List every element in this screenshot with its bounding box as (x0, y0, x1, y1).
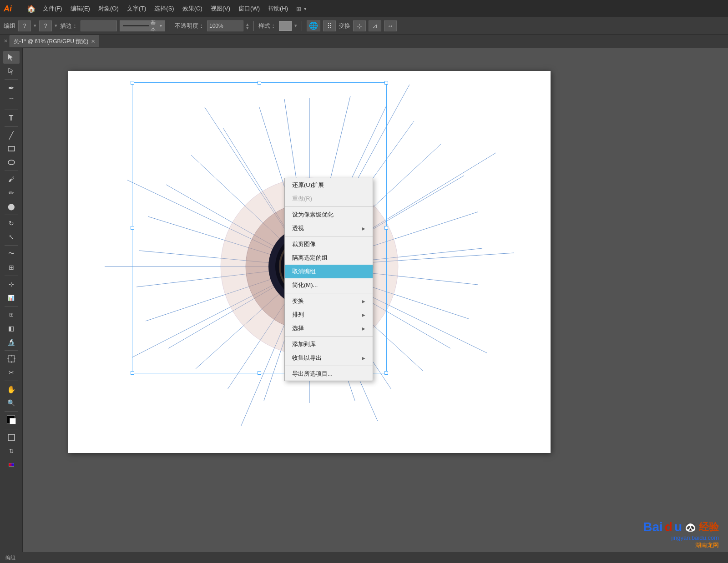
style-fill-btn[interactable] (279, 21, 292, 31)
ctx-crop-image[interactable]: 裁剪图像 (285, 237, 373, 251)
switch-btn[interactable]: ⇅ (3, 445, 20, 457)
pencil-tool[interactable]: ✏ (3, 186, 20, 199)
zoom-tool[interactable]: 🔍 (3, 397, 20, 409)
baidu-url: jingyan.baidu.com (643, 534, 719, 541)
tool-separator-7 (5, 276, 18, 276)
menu-help[interactable]: 帮助(H) (264, 3, 292, 15)
svg-point-1 (8, 160, 15, 165)
home-button[interactable]: 🏠 (25, 2, 38, 15)
direct-select-tool[interactable] (3, 65, 20, 77)
ctx-select[interactable]: 选择 ▶ (285, 322, 373, 335)
doc-tab-close[interactable]: ✕ (91, 39, 95, 45)
globe-icon-btn[interactable]: 🌐 (307, 20, 320, 31)
ctx-crop-image-label: 裁剪图像 (292, 240, 316, 248)
opacity-input[interactable]: 100% (207, 20, 243, 31)
ctx-simplify[interactable]: 简化(M)... (285, 278, 373, 292)
mesh-tool[interactable]: ⊞ (3, 308, 20, 321)
free-transform-tool[interactable]: ⊞ (3, 261, 20, 274)
toolbar-btn-2[interactable]: ? (39, 20, 52, 31)
stroke-label: 描边： (60, 22, 78, 30)
stroke-dropdown-arrow[interactable]: ▾ (160, 23, 162, 28)
transform-btn-3[interactable]: ↔ (384, 20, 397, 31)
menu-file[interactable]: 文件(F) (39, 3, 66, 15)
ellipse-tool[interactable] (3, 156, 20, 169)
curvature-tool[interactable]: ⌒ (3, 95, 20, 108)
stroke-style-selector[interactable]: 基本 ▾ (120, 20, 165, 31)
group-label: 编组 (4, 22, 15, 30)
ctx-transform-arrow: ▶ (362, 299, 365, 304)
ctx-redo-label: 重做(R) (292, 195, 312, 203)
toolbar-separator-2 (253, 21, 254, 31)
tool-separator-4 (5, 171, 18, 171)
dropdown-arrow-2[interactable]: ▾ (55, 23, 57, 29)
ctx-pixel-perfect[interactable]: 设为像素级优化 (285, 208, 373, 221)
transform-btn-2[interactable]: ⊿ (369, 20, 381, 31)
left-toolbar: ✒ ⌒ T ╱ 🖌 ✏ ⬤ ↻ ⤡ 〜 ⊞ ⊹ 📊 ⊞ ◧ 🔬 ✂ (0, 48, 23, 563)
ctx-transparency[interactable]: 透视 ▶ (285, 221, 373, 235)
tool-separator-8 (5, 306, 18, 307)
transform-btn-1[interactable]: ⊹ (353, 20, 366, 31)
bear-icon: 🐼 (685, 522, 696, 533)
ctx-isolate-group[interactable]: 隔离选定的组 (285, 251, 373, 265)
ctx-isolate-group-label: 隔离选定的组 (292, 254, 328, 262)
ctx-arrange[interactable]: 排列 ▶ (285, 308, 373, 322)
style-dropdown-arrow[interactable]: ▾ (294, 23, 297, 29)
ctx-transform-label: 变换 (292, 297, 304, 305)
selection-tool[interactable] (3, 51, 20, 64)
blob-brush-tool[interactable]: ⬤ (3, 200, 20, 213)
menu-text[interactable]: 文字(T) (123, 3, 150, 15)
ctx-select-arrow: ▶ (362, 326, 365, 331)
slice-tool[interactable]: ✂ (3, 366, 20, 379)
document-tab[interactable]: 矣-1* @ 61% (RGB/GPU 预览) ✕ (10, 35, 99, 47)
menu-view[interactable]: 视图(V) (207, 3, 234, 15)
ctx-ungroup[interactable]: 取消编组 (285, 265, 373, 278)
tool-separator-3 (5, 126, 18, 127)
toolbar-btn-1[interactable]: ? (18, 20, 31, 31)
line-tool[interactable]: ╱ (3, 129, 20, 141)
eyedropper-tool[interactable]: 🔬 (3, 336, 20, 348)
rectangle-tool[interactable] (3, 142, 20, 155)
stroke-dropdown[interactable] (81, 20, 117, 31)
ctx-add-to-lib-label: 添加到库 (292, 340, 316, 348)
scale-tool[interactable]: ⤡ (3, 231, 20, 243)
red-icon[interactable] (3, 458, 20, 471)
menu-window[interactable]: 窗口(W) (235, 3, 263, 15)
color-swatches[interactable] (3, 413, 20, 427)
column-graph-tool[interactable]: 📊 (3, 292, 20, 304)
hand-tool[interactable]: ✋ (3, 383, 20, 396)
tab-close-icon[interactable]: ✕ (4, 38, 8, 44)
workspace-dropdown[interactable]: ▾ (304, 6, 307, 12)
canvas-area[interactable]: 还原(U)扩展 重做(R) 设为像素级优化 透视 ▶ 裁剪图像 隔离选定的组 取… (23, 48, 728, 563)
menu-edit[interactable]: 编辑(E) (67, 3, 94, 15)
pen-tool[interactable]: ✒ (3, 81, 20, 94)
gradient-tool[interactable]: ◧ (3, 322, 20, 335)
menu-object[interactable]: 对象(O) (95, 3, 122, 15)
ctx-transparency-arrow: ▶ (362, 226, 365, 231)
grid-view-btn[interactable]: ⠿ (323, 20, 336, 31)
top-menu-bar: Ai 🏠 文件(F) 编辑(E) 对象(O) 文字(T) 选择(S) 效果(C)… (0, 0, 728, 17)
tool-separator-12 (5, 429, 18, 429)
rotate-tool[interactable]: ↻ (3, 217, 20, 230)
artboard-tool[interactable] (3, 352, 20, 365)
background-color[interactable] (10, 418, 16, 424)
screen-mode-btn[interactable] (3, 431, 20, 444)
ctx-add-to-lib[interactable]: 添加到库 (285, 337, 373, 351)
opacity-stepper[interactable]: ▴▾ (246, 22, 249, 30)
ctx-transform[interactable]: 变换 ▶ (285, 294, 373, 308)
paintbrush-tool[interactable]: 🖌 (3, 173, 20, 186)
ctx-collect-export[interactable]: 收集以导出 ▶ (285, 351, 373, 365)
style-label: 样式： (258, 22, 276, 30)
grid-icon[interactable]: ⊞ (296, 5, 301, 12)
dropdown-arrow-1[interactable]: ▾ (34, 23, 36, 29)
symbol-spray-tool[interactable]: ⊹ (3, 278, 20, 291)
baidu-text-red: d (665, 520, 672, 534)
menu-effect[interactable]: 效果(C) (179, 3, 206, 15)
menu-select[interactable]: 选择(S) (151, 3, 177, 15)
type-tool[interactable]: T (3, 112, 20, 125)
ctx-redo[interactable]: 重做(R) (285, 192, 373, 206)
bottom-icons (3, 458, 20, 471)
ctx-export-selection[interactable]: 导出所选项目... (285, 367, 373, 381)
warp-tool[interactable]: 〜 (3, 247, 20, 260)
ctx-collect-export-arrow: ▶ (362, 356, 365, 361)
ctx-undo[interactable]: 还原(U)扩展 (285, 178, 373, 192)
